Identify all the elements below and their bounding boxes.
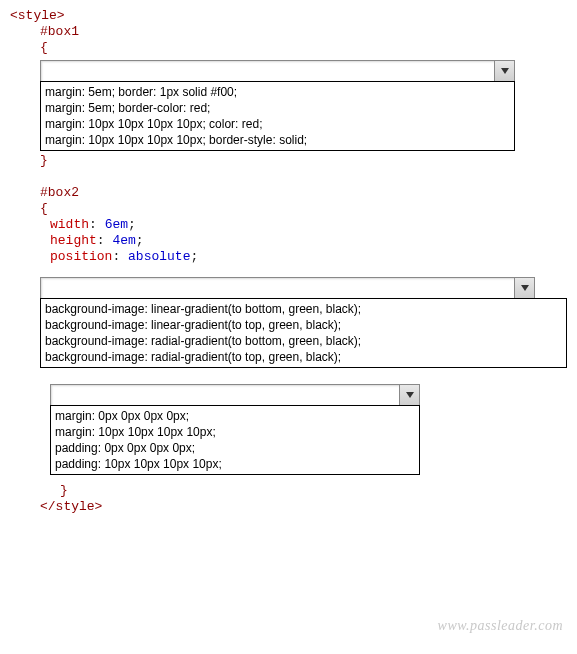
selector-box1: #box1 bbox=[10, 24, 567, 40]
dropdown-3-block: margin: 0px 0px 0px 0px; margin: 10px 10… bbox=[50, 384, 567, 475]
css-declaration: height: 4em; bbox=[10, 233, 567, 249]
dropdown-2-block: background-image: linear-gradient(to bot… bbox=[40, 277, 567, 368]
code-block: <style> #box1 { margin: 5em; border: 1px… bbox=[0, 0, 577, 523]
dropdown-2[interactable] bbox=[40, 277, 535, 299]
dropdown-2-value bbox=[41, 278, 514, 298]
css-declaration: position: absolute; bbox=[10, 249, 567, 265]
css-prop: width bbox=[50, 217, 89, 232]
css-declaration: width: 6em; bbox=[10, 217, 567, 233]
style-close-tag: </style> bbox=[10, 499, 567, 515]
option[interactable]: background-image: radial-gradient(to bot… bbox=[45, 333, 562, 349]
css-val: 6em bbox=[105, 217, 128, 232]
dropdown-1[interactable] bbox=[40, 60, 515, 82]
css-prop: height bbox=[50, 233, 97, 248]
selector-box2: #box2 bbox=[10, 185, 567, 201]
dropdown-1-options[interactable]: margin: 5em; border: 1px solid #f00; mar… bbox=[40, 81, 515, 151]
style-open-tag: <style> bbox=[10, 8, 567, 24]
option[interactable]: margin: 5em; border: 1px solid #f00; bbox=[45, 84, 510, 100]
css-val: 4em bbox=[112, 233, 135, 248]
option[interactable]: background-image: linear-gradient(to top… bbox=[45, 317, 562, 333]
brace-close-1: } bbox=[10, 153, 567, 169]
dropdown-2-options[interactable]: background-image: linear-gradient(to bot… bbox=[40, 298, 567, 368]
watermark-text: www.passleader.com bbox=[438, 618, 563, 634]
option[interactable]: margin: 0px 0px 0px 0px; bbox=[55, 408, 415, 424]
dropdown-3[interactable] bbox=[50, 384, 420, 406]
option[interactable]: margin: 5em; border-color: red; bbox=[45, 100, 510, 116]
dropdown-3-value bbox=[51, 385, 399, 405]
option[interactable]: padding: 10px 10px 10px 10px; bbox=[55, 456, 415, 472]
brace-open-2: { bbox=[10, 201, 567, 217]
dropdown-arrow-icon[interactable] bbox=[514, 278, 534, 298]
brace-open-1: { bbox=[10, 40, 567, 56]
option[interactable]: margin: 10px 10px 10px 10px; border-styl… bbox=[45, 132, 510, 148]
dropdown-arrow-icon[interactable] bbox=[399, 385, 419, 405]
dropdown-1-block: margin: 5em; border: 1px solid #f00; mar… bbox=[40, 60, 567, 151]
css-val: absolute bbox=[128, 249, 190, 264]
option[interactable]: margin: 10px 10px 10px 10px; color: red; bbox=[45, 116, 510, 132]
option[interactable]: background-image: radial-gradient(to top… bbox=[45, 349, 562, 365]
dropdown-3-options[interactable]: margin: 0px 0px 0px 0px; margin: 10px 10… bbox=[50, 405, 420, 475]
brace-close-2: } bbox=[10, 483, 567, 499]
option[interactable]: padding: 0px 0px 0px 0px; bbox=[55, 440, 415, 456]
css-prop: position bbox=[50, 249, 112, 264]
option[interactable]: margin: 10px 10px 10px 10px; bbox=[55, 424, 415, 440]
dropdown-arrow-icon[interactable] bbox=[494, 61, 514, 81]
dropdown-1-value bbox=[41, 61, 494, 81]
option[interactable]: background-image: linear-gradient(to bot… bbox=[45, 301, 562, 317]
